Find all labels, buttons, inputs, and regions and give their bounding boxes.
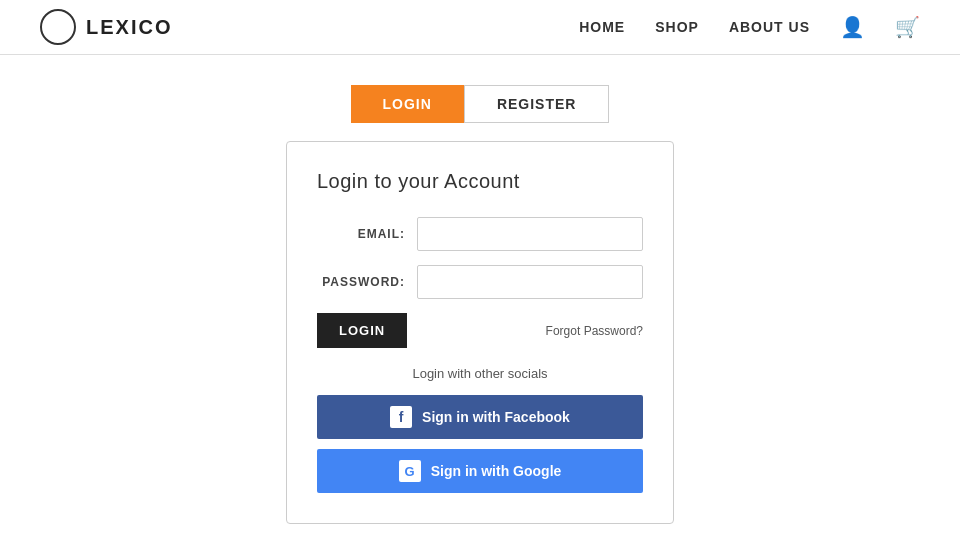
email-input[interactable]	[417, 217, 643, 251]
nav-about[interactable]: ABOUT US	[729, 19, 810, 35]
email-label: EMAIL:	[317, 227, 417, 241]
password-label: PASSWORD:	[317, 275, 417, 289]
google-icon: G	[399, 460, 421, 482]
login-card: Login to your Account EMAIL: PASSWORD: L…	[286, 141, 674, 524]
email-row: EMAIL:	[317, 217, 643, 251]
form-actions: LOGIN Forgot Password?	[317, 313, 643, 348]
register-tab[interactable]: REGISTER	[464, 85, 610, 123]
google-login-button[interactable]: G Sign in with Google	[317, 449, 643, 493]
password-row: PASSWORD:	[317, 265, 643, 299]
facebook-button-label: Sign in with Facebook	[422, 409, 570, 425]
header: LEXICO HOME SHOP ABOUT US 👤 🛒	[0, 0, 960, 55]
facebook-icon: f	[390, 406, 412, 428]
logo-area: LEXICO	[40, 9, 172, 45]
nav-home[interactable]: HOME	[579, 19, 625, 35]
nav: HOME SHOP ABOUT US 👤 🛒	[579, 15, 920, 39]
login-button[interactable]: LOGIN	[317, 313, 407, 348]
cart-icon[interactable]: 🛒	[895, 15, 920, 39]
socials-label: Login with other socials	[317, 366, 643, 381]
login-tab[interactable]: LOGIN	[351, 85, 464, 123]
password-input[interactable]	[417, 265, 643, 299]
google-button-label: Sign in with Google	[431, 463, 562, 479]
card-title: Login to your Account	[317, 170, 643, 193]
user-icon[interactable]: 👤	[840, 15, 865, 39]
nav-shop[interactable]: SHOP	[655, 19, 699, 35]
tabs-area: LOGIN REGISTER	[0, 85, 960, 123]
facebook-login-button[interactable]: f Sign in with Facebook	[317, 395, 643, 439]
forgot-password-link[interactable]: Forgot Password?	[546, 324, 643, 338]
logo-circle	[40, 9, 76, 45]
logo-name[interactable]: LEXICO	[86, 16, 172, 39]
